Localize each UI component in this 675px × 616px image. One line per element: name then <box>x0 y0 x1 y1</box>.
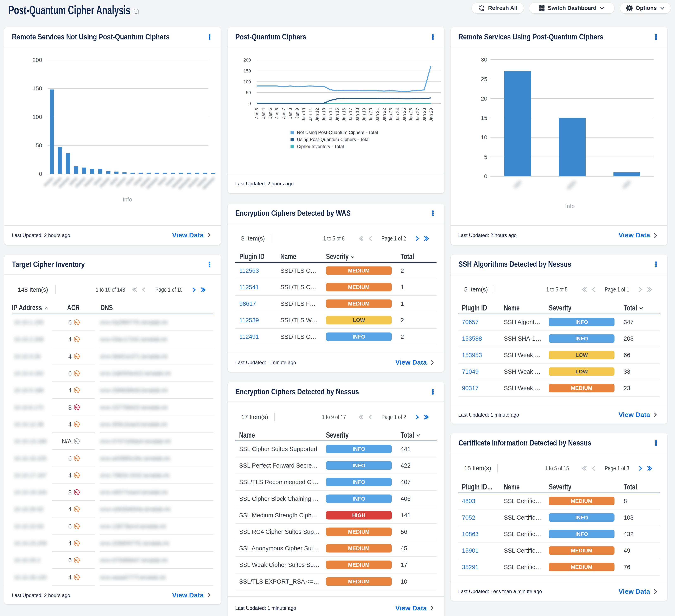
svg-text:5: 5 <box>484 154 487 160</box>
svg-text:30: 30 <box>481 56 487 63</box>
svg-text:Jan 8: Jan 8 <box>288 108 293 119</box>
svg-text:Info: Info <box>123 196 132 203</box>
svg-text:Jan 22: Jan 22 <box>382 108 387 122</box>
svg-text:Cipher Inventory - Total: Cipher Inventory - Total <box>297 144 344 149</box>
svg-text:Jan 3: Jan 3 <box>254 108 259 119</box>
svg-text:Jan 26: Jan 26 <box>408 108 414 122</box>
svg-text:Jan 10: Jan 10 <box>301 108 306 122</box>
svg-text:Jan 14: Jan 14 <box>328 108 333 122</box>
svg-text:Jan 24: Jan 24 <box>395 108 400 122</box>
svg-text:Jan 13: Jan 13 <box>321 108 326 122</box>
svg-text:Jan 25: Jan 25 <box>402 108 407 122</box>
svg-text:0: 0 <box>39 171 42 177</box>
svg-text:50: 50 <box>36 142 42 149</box>
svg-text:150: 150 <box>32 85 42 92</box>
svg-text:Jan 12: Jan 12 <box>315 108 320 122</box>
svg-text:Not Using Post-Quantum Ciphers: Not Using Post-Quantum Ciphers - Total <box>297 130 378 135</box>
svg-text:Jan 20: Jan 20 <box>368 108 373 122</box>
svg-text:Jan 4: Jan 4 <box>261 108 266 119</box>
svg-text:100: 100 <box>243 79 251 84</box>
svg-text:Jan 5: Jan 5 <box>268 108 273 119</box>
svg-text:200: 200 <box>32 57 42 63</box>
svg-text:50: 50 <box>246 90 251 95</box>
svg-text:Info: Info <box>565 203 575 209</box>
svg-text:Jan 28: Jan 28 <box>422 108 427 122</box>
svg-text:Jan 6: Jan 6 <box>275 108 279 119</box>
svg-text:0: 0 <box>248 101 251 106</box>
svg-text:200: 200 <box>243 58 251 63</box>
svg-text:Jan 7: Jan 7 <box>281 108 286 119</box>
svg-text:0: 0 <box>484 173 487 179</box>
svg-text:100: 100 <box>32 114 42 120</box>
svg-text:Jan 18: Jan 18 <box>355 108 360 122</box>
svg-text:150: 150 <box>243 69 251 74</box>
svg-text:Jan 27: Jan 27 <box>415 108 420 122</box>
svg-text:Jan 17: Jan 17 <box>348 108 353 122</box>
svg-text:Jan 23: Jan 23 <box>388 108 393 122</box>
svg-text:25: 25 <box>481 76 487 82</box>
svg-text:Using Post-Quantum Ciphers - T: Using Post-Quantum Ciphers - Total <box>297 137 370 142</box>
svg-text:Jan 21: Jan 21 <box>375 108 380 122</box>
svg-text:Jan 16: Jan 16 <box>342 108 347 122</box>
svg-text:Jan 19: Jan 19 <box>362 108 367 122</box>
svg-text:10: 10 <box>481 134 487 141</box>
svg-text:20: 20 <box>481 95 487 102</box>
svg-text:Jan 9: Jan 9 <box>295 108 300 119</box>
svg-text:Jan 29: Jan 29 <box>429 108 434 122</box>
svg-text:15: 15 <box>481 115 487 121</box>
svg-text:Jan 15: Jan 15 <box>335 108 340 122</box>
svg-text:Jan 11: Jan 11 <box>308 108 313 121</box>
